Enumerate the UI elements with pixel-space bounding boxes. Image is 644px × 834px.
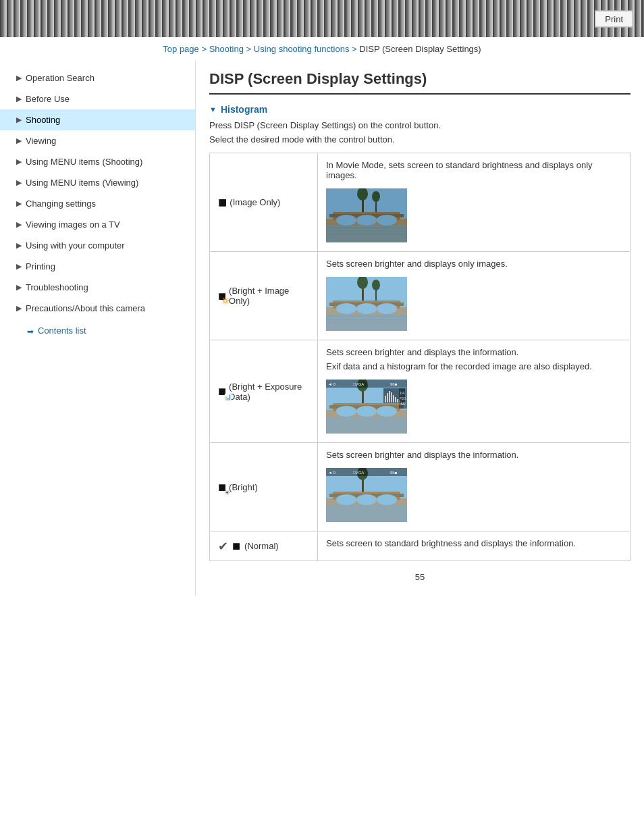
- table-row: ■☀ (Bright) Sets screen brighter and dis…: [210, 443, 630, 531]
- sidebar-label-menu-viewing: Using MENU items (Viewing): [26, 178, 138, 188]
- sidebar-label-viewing: Viewing: [26, 136, 56, 146]
- svg-rect-48: [391, 392, 392, 402]
- icon-cell-bright: ■☀ (Bright): [210, 443, 318, 531]
- svg-text:◄ 0: ◄ 0: [328, 471, 336, 475]
- icon-cell-bright-exposure: ■📊 (Bright + Exposure Data): [210, 340, 318, 443]
- icon-cell-image-only: ■ (Image Only): [210, 153, 318, 252]
- svg-text:F3.5: F3.5: [400, 396, 406, 400]
- mode-icon-normal: ■: [232, 538, 240, 554]
- svg-point-36: [377, 406, 397, 417]
- sidebar-item-precautions[interactable]: ▶ Precautions/About this camera: [0, 298, 195, 319]
- sidebar-label-before-use: Before Use: [26, 94, 70, 104]
- content-area: DISP (Screen Display Settings) Histogram…: [196, 61, 644, 596]
- svg-point-19: [336, 303, 356, 314]
- icon-cell-normal: ✔ ■ (Normal): [210, 531, 318, 561]
- breadcrumb-shooting[interactable]: Shooting: [209, 44, 244, 54]
- arrow-icon-changing-settings: ▶: [16, 199, 22, 208]
- svg-text:◄ 0: ◄ 0: [328, 382, 336, 386]
- sidebar: ▶ Operation Search ▶ Before Use ▶ Shooti…: [0, 61, 196, 596]
- desc-text-image-only: In Movie Mode, sets screen to standard b…: [326, 160, 622, 180]
- mode-label-bright-image: (Bright + Image Only): [229, 286, 309, 306]
- desc-cell-bright-exposure: Sets screen brighter and displays the in…: [318, 340, 630, 443]
- mode-icon-bright: ■☀: [218, 479, 226, 495]
- instruction-1: Press DISP (Screen Display Settings) on …: [209, 120, 630, 130]
- sidebar-label-printing: Printing: [26, 261, 55, 271]
- sidebar-label-operation-search: Operation Search: [26, 73, 95, 83]
- sidebar-item-before-use[interactable]: ▶ Before Use: [0, 88, 195, 109]
- desc-text-bright: Sets screen brighter and displays the in…: [326, 450, 622, 460]
- sidebar-item-menu-viewing[interactable]: ▶ Using MENU items (Viewing): [0, 172, 195, 193]
- print-button[interactable]: Print: [595, 10, 633, 27]
- icon-cell-bright-image: ■🔅 (Bright + Image Only): [210, 252, 318, 340]
- breadcrumb-using-functions[interactable]: Using shooting functions: [254, 44, 350, 54]
- svg-point-62: [356, 494, 377, 505]
- page-title: DISP (Screen Display Settings): [209, 70, 630, 95]
- sidebar-label-troubleshooting: Troubleshooting: [26, 282, 88, 292]
- svg-point-34: [336, 406, 356, 417]
- sidebar-item-changing-settings[interactable]: ▶ Changing settings: [0, 193, 195, 214]
- svg-text:96■: 96■: [390, 382, 398, 386]
- desc-cell-bright-image: Sets screen brighter and displays only i…: [318, 252, 630, 340]
- checkmark-icon: ✔: [218, 539, 228, 554]
- arrow-icon-viewing: ▶: [16, 136, 22, 145]
- mode-icon-bright-image: ■🔅: [218, 288, 226, 304]
- svg-point-4: [336, 215, 356, 226]
- sidebar-item-viewing-tv[interactable]: ▶ Viewing images on a TV: [0, 214, 195, 235]
- contents-list-text[interactable]: Contents list: [38, 325, 86, 336]
- breadcrumb-current: DISP (Screen Display Settings): [359, 44, 481, 54]
- svg-point-63: [377, 494, 397, 505]
- table-row: ■📊 (Bright + Exposure Data) Sets screen …: [210, 340, 630, 443]
- svg-rect-51: [397, 399, 398, 402]
- desc-text-bright-exposure-1: Sets screen brighter and displays the in…: [326, 347, 622, 357]
- breadcrumb: Top page > Shooting > Using shooting fun…: [0, 37, 644, 61]
- svg-rect-66: [326, 505, 407, 522]
- table-row: ■🔅 (Bright + Image Only) Sets screen bri…: [210, 252, 630, 340]
- desc-cell-normal: Sets screen to standard brightness and d…: [318, 531, 630, 561]
- sidebar-item-printing[interactable]: ▶ Printing: [0, 256, 195, 277]
- svg-text:ISO: ISO: [400, 402, 406, 406]
- svg-point-35: [356, 406, 377, 417]
- sidebar-label-shooting: Shooting: [26, 115, 60, 125]
- mode-label-bright: (Bright): [229, 482, 258, 492]
- instruction-2: Select the desired mode with the control…: [209, 134, 630, 145]
- svg-rect-46: [387, 393, 388, 402]
- svg-point-21: [377, 303, 397, 314]
- page-number: 55: [209, 572, 630, 582]
- desc-cell-bright: Sets screen brighter and displays the in…: [318, 443, 630, 531]
- table-row: ■ (Image Only) In Movie Mode, sets scree…: [210, 153, 630, 252]
- svg-rect-50: [395, 397, 396, 402]
- desc-text-bright-image: Sets screen brighter and displays only i…: [326, 259, 622, 269]
- arrow-icon-computer: ▶: [16, 241, 22, 250]
- sidebar-item-viewing[interactable]: ▶ Viewing: [0, 130, 195, 151]
- sidebar-item-menu-shooting[interactable]: ▶ Using MENU items (Shooting): [0, 151, 195, 172]
- svg-point-61: [336, 494, 356, 505]
- sidebar-item-operation-search[interactable]: ▶ Operation Search: [0, 68, 195, 88]
- svg-rect-45: [385, 396, 386, 402]
- bridge-image-2: [326, 277, 407, 331]
- arrow-icon-menu-shooting: ▶: [16, 157, 22, 166]
- svg-rect-47: [389, 391, 390, 402]
- sidebar-item-shooting[interactable]: ▶ Shooting: [0, 109, 195, 130]
- arrow-right-icon: ➡: [27, 327, 35, 335]
- arrow-icon-before-use: ▶: [16, 95, 22, 103]
- mode-icon-bright-exposure: ■📊: [218, 384, 226, 399]
- contents-list-link[interactable]: ➡ Contents list: [0, 319, 195, 342]
- mode-label-bright-exposure: (Bright + Exposure Data): [229, 382, 309, 402]
- settings-table: ■ (Image Only) In Movie Mode, sets scree…: [209, 153, 630, 561]
- table-row: ✔ ■ (Normal) Sets screen to standard bri…: [210, 531, 630, 561]
- breadcrumb-top[interactable]: Top page: [163, 44, 199, 54]
- sidebar-item-troubleshooting[interactable]: ▶ Troubleshooting: [0, 277, 195, 298]
- sidebar-label-changing-settings: Changing settings: [26, 199, 96, 209]
- sidebar-label-menu-shooting: Using MENU items (Shooting): [26, 157, 142, 167]
- sidebar-item-computer[interactable]: ▶ Using with your computer: [0, 235, 195, 256]
- arrow-icon-menu-viewing: ▶: [16, 178, 22, 187]
- svg-point-6: [377, 215, 397, 226]
- mode-icon-image-only: ■: [218, 194, 227, 211]
- desc-cell-image-only: In Movie Mode, sets screen to standard b…: [318, 153, 630, 252]
- svg-point-25: [372, 280, 380, 290]
- bridge-image-4: ◄ 0 □VGA 96■: [326, 468, 407, 522]
- header-bar: Print: [0, 0, 644, 37]
- svg-rect-39: [326, 417, 407, 434]
- svg-rect-49: [393, 395, 394, 402]
- arrow-icon-printing: ▶: [16, 262, 22, 271]
